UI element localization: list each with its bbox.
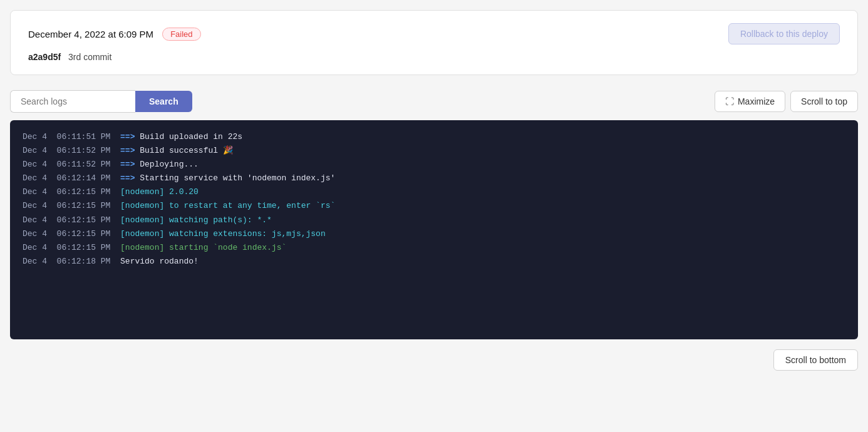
- log-toolbar: Search ⛶ Maximize Scroll to top: [10, 90, 858, 113]
- log-line: Dec 4 06:12:18 PM Servido rodando!: [23, 255, 845, 269]
- log-line: Dec 4 06:11:52 PM ==> Build successful 🎉: [23, 144, 845, 158]
- deploy-header: December 4, 2022 at 6:09 PM Failed Rollb…: [28, 23, 840, 44]
- rollback-button[interactable]: Rollback to this deploy: [728, 23, 840, 44]
- maximize-button[interactable]: ⛶ Maximize: [715, 91, 785, 112]
- log-line: Dec 4 06:12:14 PM ==> Starting service w…: [23, 172, 845, 185]
- scroll-top-button[interactable]: Scroll to top: [790, 91, 858, 112]
- log-line: Dec 4 06:11:51 PM ==> Build uploaded in …: [23, 130, 845, 144]
- log-line: Dec 4 06:11:52 PM ==> Deploying...: [23, 158, 845, 172]
- deploy-commit: a2a9d5f 3rd commit: [28, 52, 840, 62]
- maximize-icon: ⛶: [725, 96, 734, 106]
- deploy-date: December 4, 2022 at 6:09 PM: [28, 29, 153, 39]
- scroll-bottom-button[interactable]: Scroll to bottom: [773, 349, 858, 371]
- maximize-label: Maximize: [738, 96, 775, 106]
- commit-message: 3rd commit: [68, 52, 111, 62]
- log-line: Dec 4 06:12:15 PM [nodemon] 2.0.20: [23, 185, 845, 199]
- log-actions: ⛶ Maximize Scroll to top: [715, 91, 858, 112]
- log-container[interactable]: Dec 4 06:11:51 PM ==> Build uploaded in …: [10, 120, 858, 339]
- log-line: Dec 4 06:12:15 PM [nodemon] to restart a…: [23, 199, 845, 213]
- search-button[interactable]: Search: [135, 91, 192, 112]
- log-line: Dec 4 06:12:15 PM [nodemon] watching ext…: [23, 227, 845, 241]
- search-input[interactable]: [10, 90, 135, 113]
- scroll-bottom-area: Scroll to bottom: [10, 349, 858, 371]
- status-badge: Failed: [162, 28, 200, 41]
- deploy-card: December 4, 2022 at 6:09 PM Failed Rollb…: [10, 10, 858, 75]
- commit-hash: a2a9d5f: [28, 52, 61, 62]
- log-line: Dec 4 06:12:15 PM [nodemon] watching pat…: [23, 213, 845, 227]
- deploy-meta: December 4, 2022 at 6:09 PM Failed: [28, 28, 201, 41]
- log-search-area: Search: [10, 90, 192, 113]
- log-line: Dec 4 06:12:15 PM [nodemon] starting `no…: [23, 241, 845, 255]
